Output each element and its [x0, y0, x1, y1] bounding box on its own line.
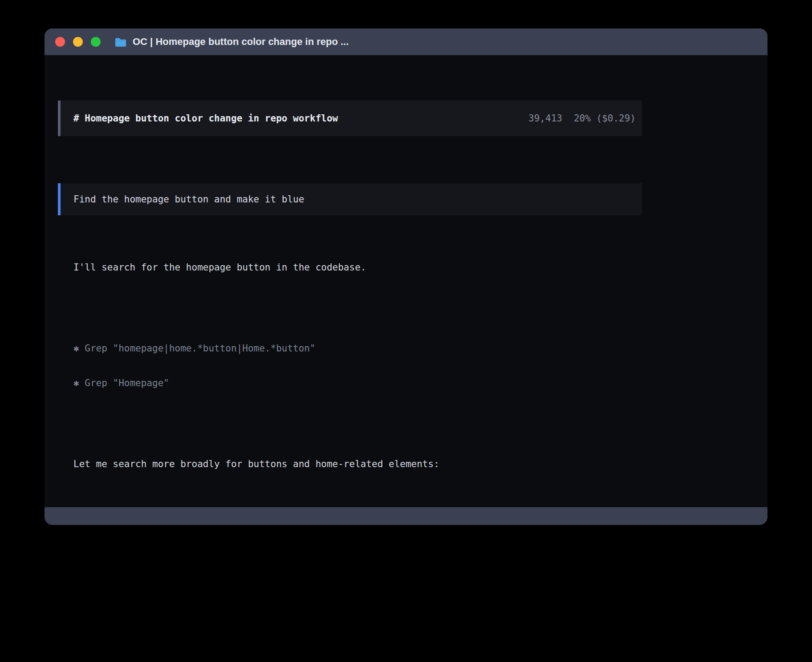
user-message: Find the homepage button and make it blu…: [58, 183, 642, 215]
session-title: # Homepage button color change in repo w…: [73, 113, 338, 124]
terminal-content: # Homepage button color change in repo w…: [45, 55, 767, 507]
terminal-window: OC | Homepage button color change in rep…: [45, 28, 767, 525]
minimize-button[interactable]: [73, 37, 83, 47]
close-button[interactable]: [55, 37, 65, 47]
tool-call-group: ✱ Grep "homepage|home.*button|Home.*butt…: [73, 319, 642, 412]
window-title: OC | Homepage button color change in rep…: [133, 36, 349, 48]
token-count: 39,413: [528, 113, 562, 124]
titlebar: OC | Homepage button color change in rep…: [45, 28, 767, 55]
tool-call-group: ✱ Grep "Home" (18 matches) ✱ Glob "**/*.…: [73, 516, 642, 525]
assistant-text: I'll search for the homepage button in t…: [73, 262, 642, 273]
folder-icon: [115, 37, 126, 47]
context-usage: 20% ($0.29): [574, 113, 636, 124]
assistant-text: Let me search more broadly for buttons a…: [73, 458, 642, 470]
zoom-button[interactable]: [91, 37, 101, 47]
user-message-text: Find the homepage button and make it blu…: [73, 194, 304, 205]
tool-call-grep: ✱ Grep "Homepage": [73, 377, 642, 389]
session-stats: 39,413 20% ($0.29): [528, 113, 636, 124]
session-header: # Homepage button color change in repo w…: [58, 101, 642, 136]
tool-call-grep: ✱ Grep "homepage|home.*button|Home.*butt…: [73, 343, 642, 354]
